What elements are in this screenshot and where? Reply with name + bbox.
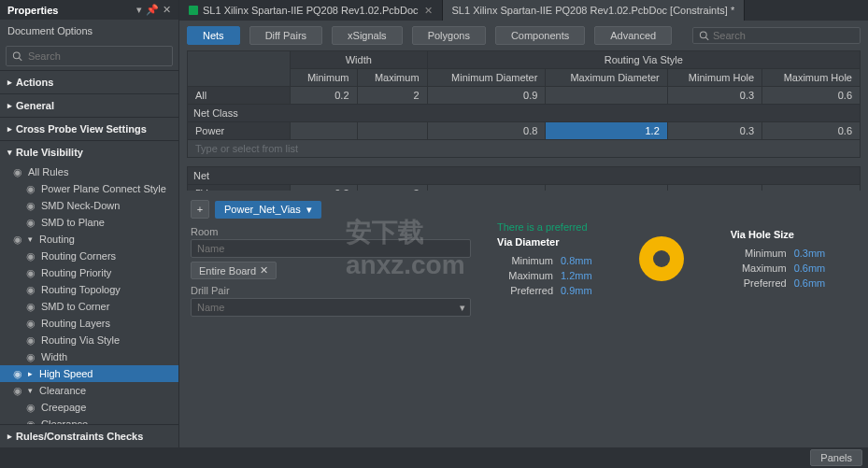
document-tab-label: SL1 Xilinx Spartan-IIE PQ208 Rev1.02.Pcb… (452, 5, 735, 16)
room-label: Room (191, 226, 471, 237)
grid-section-net[interactable]: Net (188, 167, 861, 185)
section-actions[interactable]: ▸Actions (0, 71, 178, 93)
content-area: SL1 Xilinx Spartan-IIE PQ208 Rev1.02.Pcb… (179, 0, 868, 447)
tree-item[interactable]: ◉Routing Priority (0, 264, 178, 281)
properties-header: Properties ▾ 📌 ✕ (0, 0, 178, 20)
preferred-label: There is a preferred (497, 221, 592, 233)
scope-chip[interactable]: Entire Board✕ (191, 262, 277, 279)
properties-panel: Properties ▾ 📌 ✕ Document Options ▸Actio… (0, 0, 179, 447)
col-min-dia[interactable]: Minimum Diameter (427, 69, 546, 87)
tree-clearance[interactable]: ◉▾Clearance (0, 382, 178, 399)
svg-point-0 (13, 52, 20, 59)
svg-line-1 (19, 58, 21, 61)
col-min[interactable]: Minimum (291, 69, 358, 87)
tree-item[interactable]: ◉Creepage (0, 399, 178, 416)
room-input[interactable] (191, 239, 471, 258)
filter-nets[interactable]: Nets (187, 26, 240, 45)
col-group-via: Routing Via Style (427, 51, 860, 69)
filter-diff-pairs[interactable]: Diff Pairs (249, 26, 322, 45)
search-icon (12, 50, 22, 62)
tree-item[interactable]: ◉SMD to Plane (0, 214, 178, 231)
section-rule-visibility[interactable]: ▾Rule Visibility (0, 141, 178, 163)
status-bar: Panels (0, 447, 868, 468)
tree-item[interactable]: ◉Routing Layers (0, 315, 178, 332)
pushpin-icon[interactable]: 📌 (146, 4, 159, 16)
grid-row-power[interactable]: Power 0.81.2 0.30.6 (188, 122, 861, 140)
tree-item[interactable]: ◉Routing Via Style (0, 332, 178, 348)
document-options-label: Document Options (0, 20, 178, 42)
col-group-width: Width (291, 51, 428, 69)
properties-search[interactable] (6, 46, 173, 66)
properties-title: Properties (7, 5, 58, 16)
tree-item[interactable]: ◉SMD to Corner (0, 298, 178, 315)
tree-high-speed[interactable]: ◉▸High Speed (0, 365, 178, 382)
panels-button[interactable]: Panels (810, 449, 862, 466)
search-icon (699, 30, 709, 41)
via-hole-pref[interactable]: 0.6mm (794, 277, 826, 289)
via-hole-min[interactable]: 0.3mm (794, 248, 826, 259)
filter-advanced[interactable]: Advanced (594, 26, 672, 45)
section-cross-probe[interactable]: ▸Cross Probe View Settings (0, 118, 178, 140)
tree-routing[interactable]: ◉▾Routing (0, 231, 178, 248)
col-max[interactable]: Maximum (357, 69, 427, 87)
filter-bar: Nets Diff Pairs xSignals Polygons Compon… (179, 21, 868, 50)
document-tab-label: SL1 Xilinx Spartan-IIE PQ208 Rev1.02.Pcb… (203, 5, 419, 16)
add-button[interactable]: + (191, 200, 209, 219)
rule-tree[interactable]: ◉All Rules ◉Power Plane Connect Style ◉S… (0, 163, 178, 424)
via-hole-block: Via Hole Size Minimum0.3mm Maximum0.6mm … (731, 229, 826, 289)
tree-item[interactable]: ◉Width (0, 348, 178, 365)
section-general[interactable]: ▸General (0, 94, 178, 117)
via-dia-min[interactable]: 0.8mm (561, 255, 592, 266)
filter-components[interactable]: Components (495, 26, 585, 45)
via-hole-max[interactable]: 0.6mm (794, 262, 826, 274)
constraints-grid[interactable]: Width Routing Via Style Minimum Maximum … (179, 50, 868, 191)
via-dia-pref[interactable]: 0.9mm (561, 285, 592, 296)
filter-search-input[interactable] (713, 30, 854, 41)
close-icon[interactable]: ✕ (163, 4, 171, 16)
drill-pair-label: Drill Pair (191, 285, 471, 296)
document-tab[interactable]: SL1 Xilinx Spartan-IIE PQ208 Rev1.02.Pcb… (443, 0, 746, 21)
close-icon[interactable]: ✕ (424, 5, 433, 17)
col-max-hole[interactable]: Maximum Hole (762, 69, 861, 87)
via-diameter-block: There is a preferred Via Diameter Minimu… (497, 221, 592, 296)
filter-search[interactable] (692, 27, 861, 44)
via-hole-title: Via Hole Size (731, 229, 826, 240)
tree-item[interactable]: ◉Routing Topology (0, 281, 178, 298)
pcb-icon (189, 6, 198, 15)
document-tabs: SL1 Xilinx Spartan-IIE PQ208 Rev1.02.Pcb… (179, 0, 868, 21)
grid-section-net-class[interactable]: Net Class (188, 105, 861, 122)
tree-item[interactable]: ◉Clearance (0, 416, 178, 424)
col-max-dia[interactable]: Maximum Diameter (546, 69, 667, 87)
col-min-hole[interactable]: Minimum Hole (667, 69, 761, 87)
svg-point-2 (700, 32, 706, 38)
tree-item[interactable]: ◉Power Plane Connect Style (0, 180, 178, 197)
svg-line-3 (706, 37, 709, 40)
document-tab[interactable]: SL1 Xilinx Spartan-IIE PQ208 Rev1.02.Pcb… (179, 0, 443, 21)
tree-all-rules[interactable]: ◉All Rules (0, 163, 178, 180)
filter-xsignals[interactable]: xSignals (332, 26, 403, 45)
section-rules-checks[interactable]: ▸Rules/Constraints Checks (0, 425, 178, 447)
drill-pair-select[interactable] (191, 298, 471, 317)
via-rule-tab[interactable]: Power_Net_Vias ▾ (215, 201, 321, 219)
close-icon[interactable]: ✕ (260, 264, 268, 277)
filter-polygons[interactable]: Polygons (412, 26, 486, 45)
via-detail-panel: + Power_Net_Vias ▾ Room Entire Board✕ Dr… (179, 191, 868, 326)
via-diameter-title: Via Diameter (497, 236, 592, 248)
pin-icon[interactable]: ▾ (136, 4, 142, 16)
tree-item[interactable]: ◉SMD Neck-Down (0, 197, 178, 214)
via-dia-max[interactable]: 1.2mm (561, 270, 592, 281)
chevron-down-icon: ▾ (306, 204, 312, 216)
properties-search-input[interactable] (26, 49, 166, 64)
tree-item[interactable]: ◉Routing Corners (0, 248, 178, 264)
grid-placeholder[interactable]: Type or select from list (188, 140, 861, 158)
via-graphic (639, 236, 684, 281)
chevron-down-icon[interactable]: ▾ (460, 302, 465, 314)
grid-row-all[interactable]: All 0.22 0.9 0.30.6 (188, 87, 861, 105)
